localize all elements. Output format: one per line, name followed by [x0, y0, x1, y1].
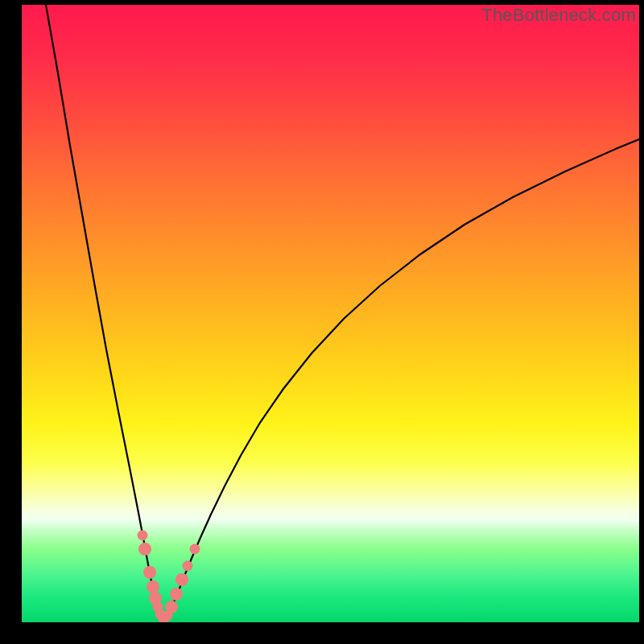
curve-left	[46, 5, 163, 621]
data-markers	[138, 530, 200, 623]
curve-right	[163, 139, 639, 621]
data-marker	[183, 561, 193, 572]
curve-layer	[22, 5, 639, 622]
data-marker	[147, 580, 159, 593]
data-marker	[138, 543, 151, 555]
data-marker	[170, 588, 183, 601]
data-marker	[143, 566, 156, 579]
data-marker	[190, 544, 200, 555]
watermark-text: TheBottleneck.com	[481, 5, 636, 26]
plot-area	[22, 5, 639, 622]
chart-frame: TheBottleneck.com	[0, 0, 644, 644]
data-marker	[138, 530, 148, 541]
data-marker	[165, 601, 178, 613]
data-marker	[175, 573, 188, 586]
